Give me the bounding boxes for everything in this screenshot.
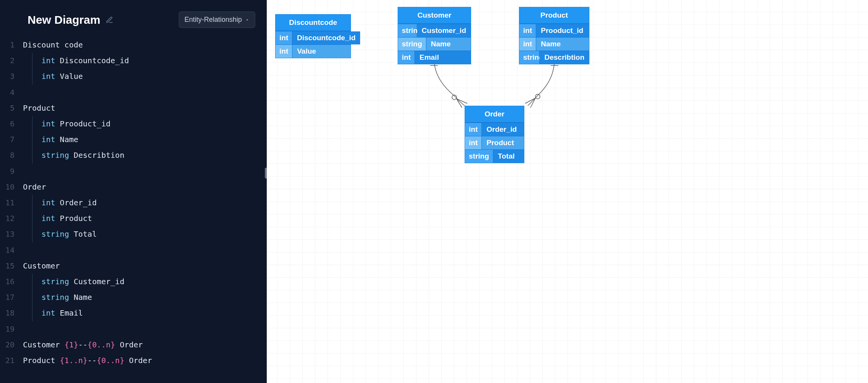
title-wrap: New Diagram (28, 13, 113, 26)
line-number: 5 (0, 100, 23, 116)
code-line[interactable]: 4 (0, 85, 267, 100)
code-content[interactable]: Product {1..n}--{0..n} Order (23, 353, 152, 368)
code-line[interactable]: 1Discount code (0, 37, 267, 53)
attr-name: Product (482, 136, 524, 149)
attr-name: Email (415, 51, 471, 64)
code-content[interactable]: string Customer_id (23, 274, 124, 290)
edit-title-icon[interactable] (106, 16, 113, 24)
attr-name: Prooduct_id (536, 24, 589, 37)
entity-order[interactable]: Order int Order_id int Product string To… (465, 106, 524, 163)
line-number: 13 (0, 226, 23, 242)
attr-name: Name (536, 38, 589, 51)
code-content[interactable]: string Name (23, 290, 92, 305)
code-line[interactable]: 3 int Value (0, 69, 267, 84)
code-content[interactable]: int Email (23, 305, 83, 321)
code-line[interactable]: 17 string Name (0, 290, 267, 305)
code-line[interactable]: 20Customer {1}--{0..n} Order (0, 337, 267, 353)
code-content[interactable]: Discount code (23, 37, 83, 53)
code-content[interactable]: int Value (23, 69, 83, 84)
code-content[interactable]: string Describtion (23, 147, 124, 163)
code-line[interactable]: 16 string Customer_id (0, 274, 267, 290)
code-line[interactable]: 18 int Email (0, 305, 267, 321)
attr-type: int (519, 24, 536, 37)
attr-name: Name (426, 38, 471, 51)
code-line[interactable]: 5Product (0, 100, 267, 116)
line-number: 9 (0, 164, 23, 179)
code-line[interactable]: 21Product {1..n}--{0..n} Order (0, 353, 267, 368)
svg-line-9 (525, 98, 535, 103)
attr-name: Discountcode_id (292, 31, 360, 44)
line-number: 21 (0, 353, 23, 368)
line-number: 18 (0, 305, 23, 321)
attr-type: int (519, 38, 536, 51)
attr-name: Order_id (482, 123, 524, 136)
entity-customer[interactable]: Customer string Customer_id string Name … (398, 7, 471, 64)
attr-name: Total (493, 150, 524, 163)
code-content[interactable]: Customer (23, 258, 60, 274)
attr-type: string (465, 150, 493, 163)
code-line[interactable]: 9 (0, 164, 267, 179)
code-content[interactable]: Product (23, 100, 55, 116)
code-line[interactable]: 6 int Prooduct_id (0, 116, 267, 132)
line-number: 20 (0, 337, 23, 353)
attr-name: Value (292, 45, 351, 58)
attr-type: int (465, 123, 482, 136)
line-number: 16 (0, 274, 23, 290)
line-number: 12 (0, 211, 23, 226)
code-line[interactable]: 14 (0, 242, 267, 258)
code-content[interactable]: int Prooduct_id (23, 116, 111, 132)
line-number: 2 (0, 53, 23, 69)
attr-type: string (398, 24, 417, 37)
code-line[interactable]: 2 int Discountcode_id (0, 53, 267, 69)
entity-title: Customer (398, 7, 471, 24)
line-number: 11 (0, 195, 23, 211)
attr-type: string (398, 38, 426, 51)
code-content[interactable]: Customer {1}--{0..n} Order (23, 337, 143, 353)
code-line[interactable]: 12 int Product (0, 211, 267, 226)
code-content[interactable]: int Discountcode_id (23, 53, 129, 69)
line-number: 17 (0, 290, 23, 305)
attr-type: int (276, 31, 292, 44)
diagram-type-label: Entity-Relationship (184, 16, 242, 24)
code-content[interactable]: string Total (23, 226, 97, 242)
code-editor[interactable]: 1Discount code2 int Discountcode_id3 int… (0, 35, 267, 368)
code-content[interactable]: int Name (23, 132, 78, 147)
line-number: 8 (0, 147, 23, 163)
line-number: 15 (0, 258, 23, 274)
code-line[interactable]: 10Order (0, 179, 267, 195)
line-number: 19 (0, 321, 23, 337)
attr-type: int (465, 136, 482, 149)
entity-product[interactable]: Product int Prooduct_id int Name string … (519, 7, 589, 64)
line-number: 1 (0, 37, 23, 53)
svg-line-8 (530, 98, 535, 108)
code-content[interactable]: int Product (23, 211, 92, 226)
code-line[interactable]: 7 int Name (0, 132, 267, 147)
code-content[interactable]: int Order_id (23, 195, 97, 211)
diagram-canvas[interactable]: Discountcode int Discountcode_id int Val… (267, 0, 868, 383)
svg-line-3 (457, 99, 467, 103)
diagram-type-select[interactable]: Entity-Relationship (179, 11, 255, 28)
svg-line-7 (528, 98, 535, 106)
diagram-title: New Diagram (28, 13, 100, 26)
line-number: 10 (0, 179, 23, 195)
code-line[interactable]: 15Customer (0, 258, 267, 274)
line-number: 6 (0, 116, 23, 132)
svg-point-0 (452, 95, 457, 100)
attr-name: Customer_id (417, 24, 471, 37)
line-number: 7 (0, 132, 23, 147)
entity-title: Product (519, 7, 589, 24)
entity-title: Order (465, 106, 524, 123)
svg-line-1 (457, 99, 465, 106)
code-content[interactable]: Order (23, 179, 46, 195)
editor-pane: New Diagram Entity-Relationship 1Discoun… (0, 0, 267, 383)
entity-title: Discountcode (276, 15, 351, 31)
editor-header: New Diagram Entity-Relationship (0, 0, 267, 35)
code-line[interactable]: 13 string Total (0, 226, 267, 242)
attr-type: string (519, 51, 540, 64)
code-line[interactable]: 11 int Order_id (0, 195, 267, 211)
code-line[interactable]: 19 (0, 321, 267, 337)
code-line[interactable]: 8 string Describtion (0, 147, 267, 163)
line-number: 14 (0, 242, 23, 258)
entity-discountcode[interactable]: Discountcode int Discountcode_id int Val… (275, 14, 351, 58)
svg-point-6 (535, 94, 540, 99)
